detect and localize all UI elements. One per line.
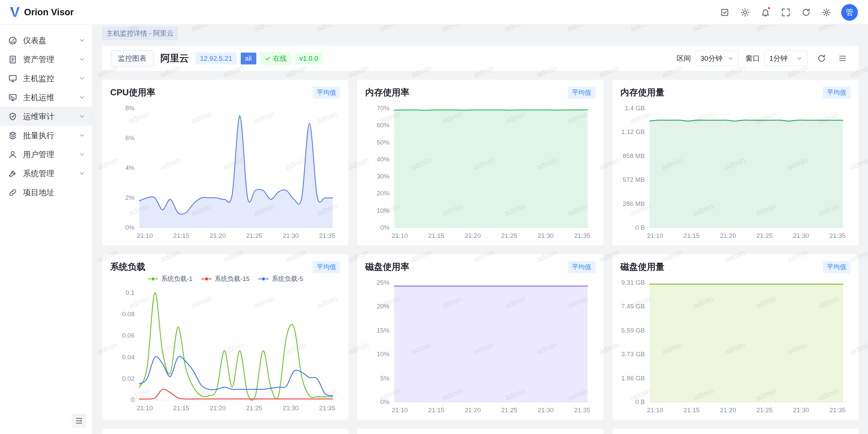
sidebar: 仪表盘资产管理主机监控主机运维运维审计批量执行用户管理系统管理项目地址 [0, 25, 93, 434]
svg-text:21:30: 21:30 [283, 404, 299, 412]
interval-select[interactable]: 30分钟 [695, 51, 739, 66]
sidebar-item-label: 系统管理 [23, 168, 73, 179]
svg-text:0.08: 0.08 [122, 310, 135, 318]
chart-card [612, 429, 859, 434]
sidebar-item-2[interactable]: 主机监控 [0, 69, 92, 88]
main-content: adminadminadminadminadminadminadminadmin… [93, 25, 868, 434]
chart-title: CPU使用率 [110, 87, 155, 98]
chevron-down-icon [796, 55, 803, 62]
svg-text:21:25: 21:25 [501, 407, 517, 414]
legend-marker-icon [201, 277, 212, 281]
svg-text:6%: 6% [125, 134, 135, 141]
settings-button[interactable] [819, 5, 834, 20]
sidebar-item-label: 资产管理 [23, 54, 73, 65]
svg-text:7.45 GB: 7.45 GB [621, 303, 645, 310]
theme-button[interactable] [737, 5, 752, 20]
svg-text:0.04: 0.04 [122, 354, 135, 361]
chart-area: 00.020.040.060.080.121:1021:1521:2021:25… [110, 287, 340, 412]
breadcrumb-item[interactable]: 主机监控详情 - 阿里云 [102, 26, 178, 40]
svg-text:21:10: 21:10 [392, 232, 408, 239]
chart-title: 内存使用量 [620, 87, 665, 98]
legend-item[interactable]: 系统负载-5 [258, 275, 303, 283]
sidebar-item-1[interactable]: 资产管理 [0, 50, 92, 69]
legend-item[interactable]: 系统负载-1 [147, 275, 193, 283]
window-select[interactable]: 1分钟 [764, 51, 808, 66]
chart-card-3: 系统负载平均值系统负载-1系统负载-15系统负载-500.020.040.060… [102, 254, 348, 420]
refresh-button[interactable] [814, 51, 829, 65]
chart-area: 0 B286 MB572 MB858 MB1.12 GB1.4 GB21:102… [620, 103, 850, 240]
svg-text:30%: 30% [377, 173, 390, 180]
svg-text:21:10: 21:10 [137, 404, 153, 412]
sidebar-item-label: 主机监控 [23, 73, 73, 84]
svg-text:286 MB: 286 MB [623, 200, 645, 207]
bell-button[interactable] [758, 5, 773, 20]
svg-text:21:25: 21:25 [756, 232, 773, 239]
interval-select-group: 区间 30分钟 [677, 51, 739, 66]
chart-head: 内存使用率平均值 [365, 87, 595, 99]
refresh-button[interactable] [798, 5, 813, 20]
average-badge[interactable]: 平均值 [313, 87, 340, 99]
sidebar-collapse-button[interactable] [72, 414, 86, 428]
svg-text:0 B: 0 B [635, 224, 645, 231]
svg-text:21:20: 21:20 [210, 232, 226, 239]
avatar[interactable]: 管 [841, 4, 858, 21]
svg-text:21:10: 21:10 [647, 232, 663, 239]
sidebar-item-label: 项目地址 [23, 187, 85, 198]
sidebar-item-7[interactable]: 系统管理 [0, 164, 92, 183]
svg-text:1.12 GB: 1.12 GB [621, 128, 645, 135]
svg-text:21:15: 21:15 [683, 407, 699, 414]
chart-card-0: CPU使用率平均值0%2%4%6%8%21:1021:1521:2021:252… [102, 80, 348, 245]
monitor-chart-button[interactable]: 监控图表 [111, 50, 154, 67]
chevron-down-icon [79, 132, 85, 139]
chart-plot: 0%10%20%30%40%50%60%70%21:1021:1521:2021… [365, 103, 594, 240]
menu-fold-icon [75, 417, 83, 425]
batch-icon [8, 131, 17, 140]
host-tags: 12.92.5.21ali在线v1.0.0 [196, 52, 322, 65]
brand[interactable]: V Orion Visor [10, 5, 74, 19]
sidebar-item-8[interactable]: 项目地址 [0, 183, 92, 202]
host-ops-icon [8, 93, 17, 102]
legend-marker-icon [147, 277, 159, 281]
average-badge[interactable]: 平均值 [823, 261, 850, 273]
chevron-down-icon [79, 94, 85, 101]
sidebar-item-4[interactable]: 运维审计 [0, 107, 92, 126]
window-select-group: 窗口 1分钟 [746, 51, 808, 66]
host-tag: 在线 [260, 52, 291, 65]
svg-text:0%: 0% [380, 398, 390, 405]
svg-text:21:25: 21:25 [756, 407, 773, 414]
chart-title: 磁盘使用率 [365, 261, 409, 273]
chevron-down-icon [79, 75, 85, 82]
chevron-down-icon [79, 56, 85, 63]
svg-text:21:10: 21:10 [137, 232, 153, 239]
chart-plot: 0 B286 MB572 MB858 MB1.12 GB1.4 GB21:102… [620, 103, 850, 240]
svg-text:21:35: 21:35 [574, 232, 591, 239]
svg-text:21:15: 21:15 [683, 232, 699, 239]
svg-text:50%: 50% [377, 139, 390, 146]
legend-item[interactable]: 系统负载-15 [201, 275, 250, 283]
svg-text:20%: 20% [377, 190, 390, 197]
check-square-button[interactable] [717, 5, 732, 20]
svg-text:40%: 40% [377, 156, 390, 163]
topbar-actions: 管 [717, 4, 858, 21]
chart-area: 0%5%10%15%20%25%21:1021:1521:2021:2521:3… [365, 277, 595, 414]
fullscreen-button[interactable] [778, 5, 793, 20]
average-badge[interactable]: 平均值 [313, 261, 340, 273]
chart-list-button[interactable] [835, 51, 850, 65]
svg-text:858 MB: 858 MB [623, 152, 645, 159]
sidebar-item-5[interactable]: 批量执行 [0, 126, 92, 145]
sidebar-item-6[interactable]: 用户管理 [0, 145, 92, 164]
average-badge[interactable]: 平均值 [823, 87, 850, 99]
average-badge[interactable]: 平均值 [568, 261, 595, 273]
svg-text:21:35: 21:35 [829, 407, 846, 414]
chart-area: 0%2%4%6%8%21:1021:1521:2021:2521:3021:35 [110, 103, 340, 240]
window-label: 窗口 [746, 54, 760, 63]
average-badge[interactable]: 平均值 [568, 87, 595, 99]
svg-text:21:15: 21:15 [173, 232, 190, 239]
user-icon [8, 150, 17, 159]
svg-text:21:30: 21:30 [538, 232, 554, 239]
svg-text:21:25: 21:25 [501, 232, 517, 239]
sidebar-item-0[interactable]: 仪表盘 [0, 31, 92, 50]
sidebar-item-3[interactable]: 主机运维 [0, 88, 92, 107]
chart-plot: 00.020.040.060.080.121:1021:1521:2021:25… [110, 287, 339, 412]
svg-text:0.06: 0.06 [122, 332, 135, 339]
